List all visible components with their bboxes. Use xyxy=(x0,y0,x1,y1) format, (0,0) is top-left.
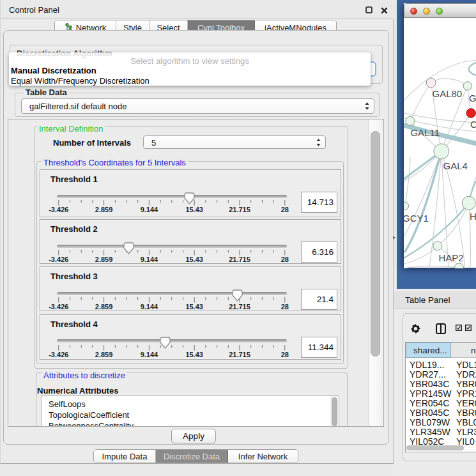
svg-text:GAL11: GAL11 xyxy=(410,127,440,138)
svg-text:GAL4: GAL4 xyxy=(443,160,468,171)
svg-text:H: H xyxy=(470,211,476,222)
svg-text:GAL80: GAL80 xyxy=(433,88,463,99)
svg-text:C: C xyxy=(470,119,476,130)
svg-text:GCY1: GCY1 xyxy=(404,213,429,224)
svg-text:G: G xyxy=(469,93,476,104)
svg-text:HAP2: HAP2 xyxy=(438,252,463,263)
